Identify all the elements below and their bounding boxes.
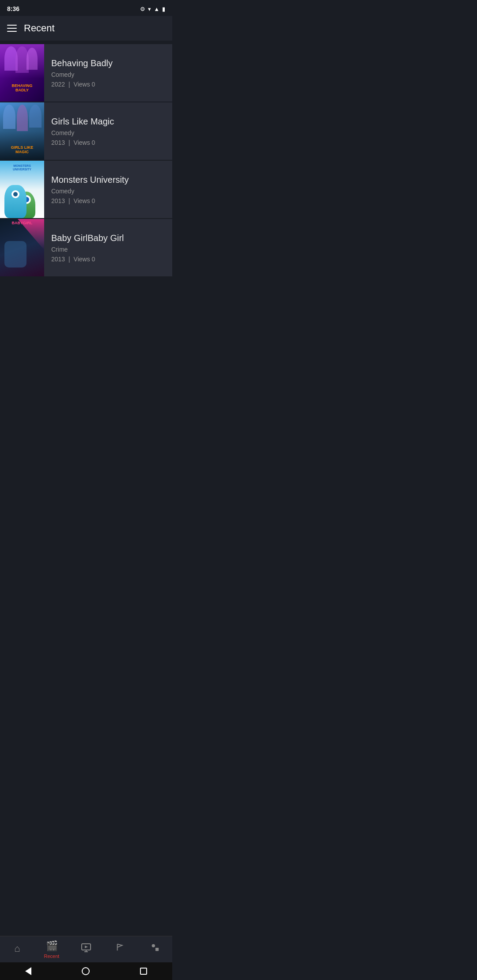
movie-genre: Crime <box>51 246 165 253</box>
poster-girls-title-text: GIRLS LIKEMAGIC <box>2 146 42 155</box>
status-bar: 8:36 ⚙ ▾ ▲ ▮ <box>0 0 172 16</box>
signal-icon: ▲ <box>154 6 159 12</box>
wifi-icon: ▾ <box>148 6 151 12</box>
movie-poster-behaving-badly: BEHAVINGBADLY <box>0 44 44 102</box>
movie-title: Girls Like Magic <box>51 116 165 127</box>
settings-icon: ⚙ <box>140 6 145 12</box>
movie-genre: Comedy <box>51 188 165 195</box>
movie-meta: 2013 | Views 0 <box>51 139 165 146</box>
movie-info-monsters-university: Monsters University Comedy 2013 | Views … <box>44 161 172 218</box>
movie-title: Baby GirlBaby Girl <box>51 233 165 243</box>
movie-meta: 2022 | Views 0 <box>51 81 165 88</box>
header: Recent <box>0 16 172 41</box>
movie-poster-monsters-university: MONSTERSUNIVERSITY <box>0 161 44 218</box>
movie-meta: 2013 | Views 0 <box>51 256 165 263</box>
movie-item-girls-like-magic[interactable]: GIRLS LIKEMAGIC Girls Like Magic Comedy … <box>0 102 172 160</box>
movie-item-baby-girl[interactable]: BABYGIRL Baby GirlBaby Girl Crime 2013 |… <box>0 219 172 276</box>
status-icons: ⚙ ▾ ▲ ▮ <box>140 6 165 12</box>
movie-genre: Comedy <box>51 71 165 78</box>
movie-title: Behaving Badly <box>51 58 165 68</box>
movie-item-behaving-badly[interactable]: BEHAVINGBADLY Behaving Badly Comedy 2022… <box>0 44 172 102</box>
movie-poster-girls-like-magic: GIRLS LIKEMAGIC <box>0 102 44 160</box>
poster-behaving-title-text: BEHAVINGBADLY <box>2 84 42 93</box>
menu-button[interactable] <box>7 25 17 32</box>
movie-title: Monsters University <box>51 174 165 185</box>
movie-info-girls-like-magic: Girls Like Magic Comedy 2013 | Views 0 <box>44 102 172 160</box>
poster-babygirl-title-text: BABYGIRL <box>2 221 42 225</box>
movie-info-baby-girl: Baby GirlBaby Girl Crime 2013 | Views 0 <box>44 219 172 276</box>
movie-item-monsters-university[interactable]: MONSTERSUNIVERSITY Monsters University C… <box>0 161 172 218</box>
movie-info-behaving-badly: Behaving Badly Comedy 2022 | Views 0 <box>44 44 172 102</box>
movie-genre: Comedy <box>51 129 165 136</box>
page-title: Recent <box>24 23 55 34</box>
movie-poster-baby-girl: BABYGIRL <box>0 219 44 276</box>
status-time: 8:36 <box>7 5 19 12</box>
poster-monsters-title-text: MONSTERSUNIVERSITY <box>2 164 42 172</box>
battery-icon: ▮ <box>162 6 165 12</box>
movie-list: BEHAVINGBADLY Behaving Badly Comedy 2022… <box>0 41 172 280</box>
movie-meta: 2013 | Views 0 <box>51 197 165 204</box>
